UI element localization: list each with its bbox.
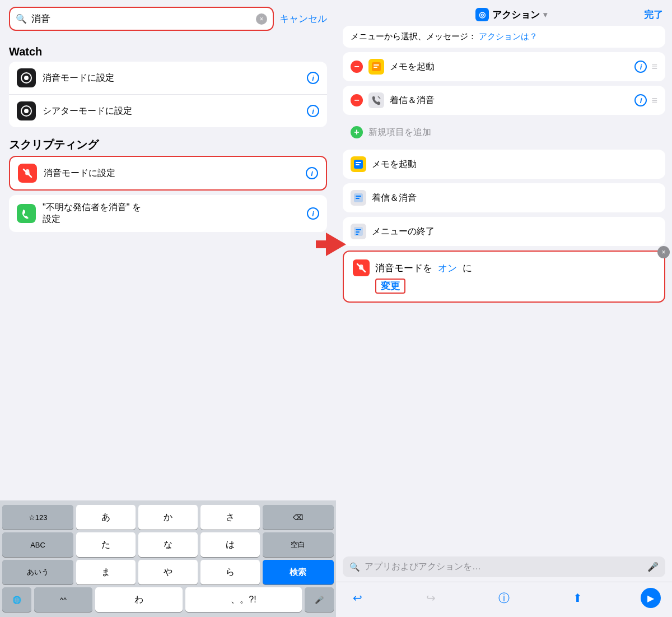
plain-call-label: 着信＆消音 — [372, 192, 657, 204]
scripting-silent-info-button[interactable]: i — [306, 167, 318, 179]
silent-change-button[interactable]: 変更 — [375, 279, 405, 294]
list-item[interactable]: シアターモードに設定 i — [9, 95, 327, 127]
kb-key-globe[interactable]: 🌐 — [2, 587, 31, 612]
kb-key-abc[interactable]: ABC — [2, 532, 73, 557]
kb-key-aiueo[interactable]: あいう — [2, 560, 73, 584]
share-button[interactable]: ⬆ — [567, 588, 587, 608]
watch-silent-info-button[interactable]: i — [307, 72, 319, 84]
search-area: 🔍 消音 × キャンセル — [0, 0, 336, 35]
plain-action-menu-end: メニューの終了 — [343, 217, 665, 246]
redo-button[interactable]: ↪ — [421, 588, 441, 608]
bottom-toolbar: ↩ ↪ ⓘ ⬆ ▶ — [336, 582, 672, 617]
right-header: ◎ アクション ▾ 完了 — [336, 0, 672, 26]
add-new-label: 新規項目を追加 — [368, 127, 657, 138]
arrow-head — [326, 233, 346, 256]
mic-icon[interactable]: 🎤 — [647, 562, 659, 572]
done-button[interactable]: 完了 — [644, 8, 663, 21]
menu-banner-blue-text[interactable]: アクションは？ — [479, 31, 538, 41]
search-bar[interactable]: 🔍 消音 × — [9, 7, 274, 31]
kb-key-ra[interactable]: ら — [200, 560, 260, 584]
scripting-caller-info-button[interactable]: i — [307, 207, 319, 220]
kb-key-ma[interactable]: ま — [76, 560, 136, 584]
scripting-silent-item[interactable]: 消音モードに設定 i — [9, 156, 327, 191]
left-panel: 🔍 消音 × キャンセル Watch 消音モードに設定 i シアターモードに設定… — [0, 0, 336, 617]
search-actions-placeholder: アプリおよびアクションを… — [365, 561, 643, 573]
arrow-body — [316, 240, 326, 248]
silent-text-on[interactable]: オン — [438, 262, 457, 275]
scripting-silent-label: 消音モードに設定 — [44, 168, 299, 179]
svg-line-8 — [378, 96, 380, 99]
scripting-silent-icon — [18, 164, 37, 183]
watch-theater-label: シアターモードに設定 — [43, 105, 300, 117]
search-actions-bar[interactable]: 🔍 アプリおよびアクションを… 🎤 — [343, 556, 665, 577]
scripting-section-header: スクリプティング — [0, 132, 336, 156]
kb-key-backspace[interactable]: ⌫ — [263, 505, 334, 530]
kb-key-ta[interactable]: た — [76, 532, 136, 557]
watch-theater-icon — [17, 101, 36, 120]
kb-key-ha[interactable]: は — [200, 532, 260, 557]
kb-key-a[interactable]: あ — [76, 505, 136, 530]
add-new-row[interactable]: + 新規項目を追加 — [343, 119, 665, 145]
scripting-unknown-caller-item[interactable]: "不明な発信者を消音" を設定 i — [9, 195, 327, 232]
silent-close-button[interactable]: × — [657, 246, 670, 258]
svg-rect-11 — [356, 164, 360, 165]
svg-point-1 — [24, 76, 29, 80]
list-item[interactable]: 消音モードに設定 i — [9, 62, 327, 94]
plain-action-memo: メモを起動 — [343, 150, 665, 179]
undo-button[interactable]: ↩ — [347, 588, 367, 608]
plain-menu-end-label: メニューの終了 — [372, 226, 657, 238]
drag-handle-call[interactable]: ≡ — [651, 95, 657, 106]
add-new-button[interactable]: + — [351, 126, 363, 138]
kb-key-ka[interactable]: か — [138, 505, 198, 530]
watch-theater-info-button[interactable]: i — [307, 105, 319, 117]
right-panel: ◎ アクション ▾ 完了 メニューから選択、メッセージ： アクションは？ − メ… — [336, 0, 672, 617]
plain-memo-icon — [351, 156, 366, 172]
arrow-container — [316, 233, 346, 256]
keyboard: ☆123 あ か さ ⌫ ABC た な は 空白 あいう ま や ら 検索 🌐… — [0, 500, 336, 617]
kb-key-search[interactable]: 検索 — [263, 560, 334, 584]
action-memo-info-button[interactable]: i — [634, 61, 647, 73]
header-chevron-icon[interactable]: ▾ — [543, 10, 547, 19]
header-app-icon: ◎ — [475, 8, 489, 21]
silent-text-before: 消音モードを — [375, 262, 432, 275]
kb-key-space[interactable]: 空白 — [263, 532, 334, 557]
kb-key-na[interactable]: な — [138, 532, 198, 557]
menu-banner-text: メニューから選択、メッセージ： — [351, 31, 477, 41]
info-button[interactable]: ⓘ — [494, 588, 514, 608]
svg-rect-16 — [356, 229, 361, 230]
left-content: Watch 消音モードに設定 i シアターモードに設定 i スクリプティング — [0, 35, 336, 500]
call-icon — [368, 92, 384, 108]
silent-mode-icon — [353, 259, 370, 276]
silent-text-after: に — [463, 262, 472, 275]
action-memo-label: メモを起動 — [390, 61, 629, 73]
kb-key-sa[interactable]: さ — [200, 505, 260, 530]
remove-call-button[interactable]: − — [351, 94, 363, 106]
action-call-info-button[interactable]: i — [634, 94, 647, 106]
plain-menu-end-icon — [351, 224, 366, 239]
kb-key-special-123[interactable]: ☆123 — [2, 505, 73, 530]
scripting-caller-label: "不明な発信者を消音" を設定 — [43, 202, 300, 225]
actions-content: メニューから選択、メッセージ： アクションは？ − メモを起動 i ≡ − — [336, 26, 672, 556]
svg-rect-17 — [356, 231, 360, 233]
play-button[interactable]: ▶ — [641, 588, 661, 608]
header-title-area: ◎ アクション ▾ — [475, 8, 547, 21]
kb-key-ya[interactable]: や — [138, 560, 198, 584]
search-input[interactable]: 消音 — [31, 12, 251, 25]
svg-rect-18 — [356, 234, 358, 235]
menu-banner: メニューから選択、メッセージ： アクションは？ — [343, 26, 665, 48]
cancel-button[interactable]: キャンセル — [279, 12, 327, 25]
search-icon: 🔍 — [16, 13, 27, 24]
svg-rect-13 — [356, 196, 361, 197]
kb-key-mic[interactable]: 🎤 — [305, 587, 334, 612]
watch-silent-label: 消音モードに設定 — [43, 72, 300, 84]
kb-key-punct[interactable]: 、。?! — [185, 587, 302, 612]
remove-memo-button[interactable]: − — [351, 61, 363, 73]
silent-mode-card: × 消音モードを オン に 変更 — [343, 250, 665, 303]
kb-key-hat[interactable]: ^^ — [34, 587, 92, 612]
kb-key-wa[interactable]: わ — [95, 587, 183, 612]
action-card-call-remove: − 着信＆消音 i ≡ — [343, 86, 665, 115]
drag-handle-memo[interactable]: ≡ — [651, 61, 657, 73]
search-clear-button[interactable]: × — [256, 13, 267, 25]
memo-icon — [368, 59, 384, 75]
plain-action-call: 着信＆消音 — [343, 183, 665, 212]
